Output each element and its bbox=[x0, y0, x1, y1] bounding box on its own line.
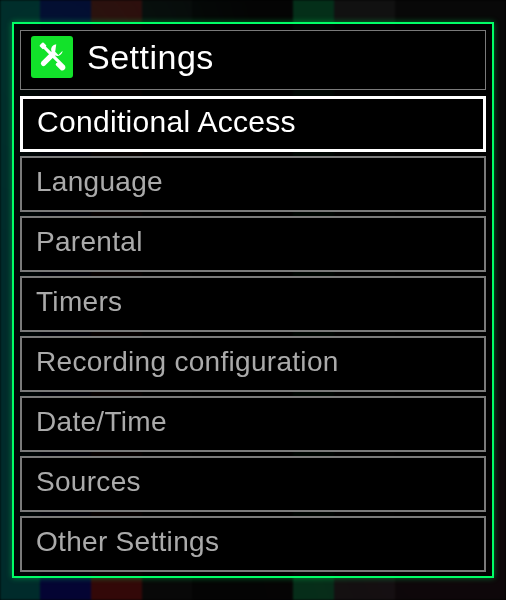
menu-item-label: Timers bbox=[36, 286, 122, 318]
menu-item-recording-configuration[interactable]: Recording configuration bbox=[20, 336, 486, 392]
menu-item-label: Date/Time bbox=[36, 406, 167, 438]
menu-item-language[interactable]: Language bbox=[20, 156, 486, 212]
page-title: Settings bbox=[87, 38, 214, 77]
menu-item-parental[interactable]: Parental bbox=[20, 216, 486, 272]
menu-item-conditional-access[interactable]: Conditional Access bbox=[20, 96, 486, 152]
menu-item-label: Other Settings bbox=[36, 526, 219, 558]
settings-header: Settings bbox=[20, 30, 486, 90]
menu-item-other-settings[interactable]: Other Settings bbox=[20, 516, 486, 572]
tools-icon bbox=[31, 36, 73, 78]
menu-item-label: Recording configuration bbox=[36, 346, 339, 378]
menu-item-timers[interactable]: Timers bbox=[20, 276, 486, 332]
menu-item-label: Sources bbox=[36, 466, 141, 498]
menu-item-label: Language bbox=[36, 166, 163, 198]
settings-menu: Conditional Access Language Parental Tim… bbox=[20, 96, 486, 572]
menu-item-sources[interactable]: Sources bbox=[20, 456, 486, 512]
menu-item-label: Parental bbox=[36, 226, 143, 258]
menu-item-date-time[interactable]: Date/Time bbox=[20, 396, 486, 452]
menu-item-label: Conditional Access bbox=[37, 105, 296, 139]
settings-panel: Settings Conditional Access Language Par… bbox=[12, 22, 494, 578]
